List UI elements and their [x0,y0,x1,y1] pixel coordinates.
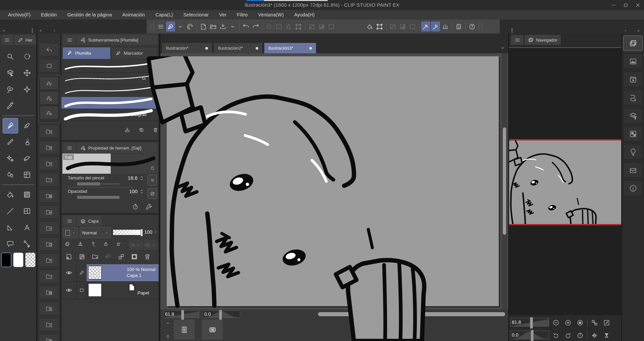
strip-back-arrow-icon[interactable]: ‹ [54,28,55,33]
layer-row-body[interactable]: 100 % Normal Capa 1 [87,264,159,281]
open-clip-studio-button[interactable] [185,21,195,32]
tab-subview[interactable] [623,54,643,69]
delete-layer-button[interactable] [144,253,151,262]
spinner-icon[interactable] [153,229,158,234]
layer-row-body[interactable]: Papel [87,282,159,299]
set-draft-button[interactable] [90,241,96,248]
material-folder-0[interactable] [39,125,59,138]
material-folder-13[interactable] [39,334,59,341]
tool-balloon[interactable] [3,236,17,251]
canvas-zoom-slider[interactable]: 61.8 [163,310,199,318]
split-view-button[interactable] [174,320,195,340]
detail-settings-button[interactable] [145,203,152,212]
save-file-button[interactable] [218,21,227,32]
snap-to-special-ruler-button[interactable] [431,21,440,32]
tool-eyedropper[interactable] [3,98,17,113]
palette-color-combo[interactable] [63,227,78,238]
layer-thumbnail[interactable] [89,284,101,296]
menu-item-2[interactable]: Gestión de la página [67,12,112,17]
blend-mode-combo[interactable]: Normal [80,227,111,238]
tool-inking[interactable] [3,134,17,149]
canvas-tab-1[interactable]: Ilustración2* [214,43,263,53]
strip-pen-b[interactable] [40,91,58,105]
canvas-rotation-slider[interactable]: 0.0 [203,310,240,318]
subtool-tab-0[interactable]: Plumilla [62,47,111,59]
brush-preview[interactable]: Saji [62,154,158,174]
canvas-rotation-handle[interactable] [219,310,222,320]
enable-mask-button[interactable] [77,241,83,248]
canvas-tab-0[interactable]: Ilustración* [162,43,212,53]
current-tool-expand-button[interactable] [176,21,185,32]
scroll-up-icon[interactable] [165,321,171,326]
material-folder-6[interactable] [39,221,59,235]
tab-history[interactable] [623,90,643,105]
navigator-thumbnail[interactable] [509,140,621,224]
tool-blend[interactable] [3,167,17,182]
material-folder-9[interactable] [39,270,59,283]
navigator-zoom-slider[interactable]: 61.8 [510,318,549,327]
deselect-button[interactable] [274,21,283,32]
transparent-color-swatch[interactable] [25,252,36,267]
navigator-zoom-handle[interactable] [530,317,533,329]
strip-pen-c[interactable] [40,106,58,119]
brush-item-4[interactable]: Caligrafi [61,109,159,121]
opacity-value[interactable]: 100 [123,188,138,194]
layer-thumbnail[interactable] [89,266,101,279]
layer-edit-state[interactable] [77,264,87,281]
menu-item-5[interactable]: Seleccionar [183,12,209,17]
lock-layer-button[interactable] [103,241,109,248]
brush-dynamics-button[interactable] [132,203,139,212]
tool-wand[interactable] [19,82,34,97]
menu-item-0[interactable]: Archivo(F) [8,12,31,17]
main-color-swatch[interactable] [1,252,11,267]
navigator-viewport[interactable] [509,48,621,315]
tab-material[interactable] [623,162,643,178]
vertical-scrollbar-track[interactable] [502,53,507,309]
reset-display-button[interactable] [202,320,223,340]
close-button[interactable] [633,1,642,9]
subtool-menu-button[interactable] [63,35,76,45]
snap-to-ruler-button[interactable] [421,21,430,32]
brush-item-1[interactable]: G [61,73,159,85]
navigator-menu-button[interactable] [511,35,524,45]
selection-launcher-button[interactable] [327,21,336,32]
rail-handle-icon[interactable]: ║ [31,28,34,33]
menu-item-3[interactable]: Animación [122,12,145,17]
brush-size-value[interactable]: 18.6 [123,175,138,181]
material-folder-12[interactable] [39,318,59,331]
tool-gradient[interactable] [19,187,34,202]
nav-rotate-reset-button[interactable] [575,331,585,340]
selection-c-button[interactable] [408,21,417,32]
nav-zoom-in-button[interactable] [563,318,573,327]
tool-decoration[interactable] [3,151,17,166]
navigator-rotation-handle[interactable] [531,330,534,341]
brush-item-2[interactable] [61,85,159,97]
layer-opacity-slider[interactable] [113,229,143,235]
combine-to-lower-button[interactable] [118,253,125,262]
layer-opacity-handle[interactable] [141,229,143,236]
menu-item-7[interactable]: Filtro [237,12,248,17]
import-subtool-button[interactable] [124,127,130,134]
transform-frame-button[interactable] [375,21,384,32]
brush-item-3[interactable] [61,97,159,109]
collapse-right-rail-icon[interactable]: » [637,28,640,33]
lock-transparent-pixels-button[interactable] [116,241,121,248]
undo-button[interactable] [241,21,251,32]
tab-tips[interactable] [623,144,643,160]
layer-opacity-value[interactable]: 100 [144,229,152,235]
tool-operation[interactable] [19,236,34,251]
layer-row-0[interactable]: 100 % Normal Capa 1 [61,264,159,282]
opacity-fill[interactable] [77,196,119,199]
draft-layer-toggle[interactable] [144,240,158,250]
sub-color-swatch[interactable] [13,252,23,267]
navigator-rotation-slider[interactable]: 0.0 [510,331,549,339]
layer-visibility[interactable] [61,282,77,299]
scroll-down-double-icon[interactable] [165,334,171,339]
spinner-icon[interactable] [139,175,145,181]
nav-zoom-out-button[interactable] [551,318,561,327]
processing-button[interactable] [265,21,274,32]
nav-rotate-right-button[interactable] [563,331,573,340]
tab-information[interactable] [623,180,643,196]
nav-zoom-100-button[interactable] [575,318,585,327]
spinner-icon[interactable] [139,189,145,194]
